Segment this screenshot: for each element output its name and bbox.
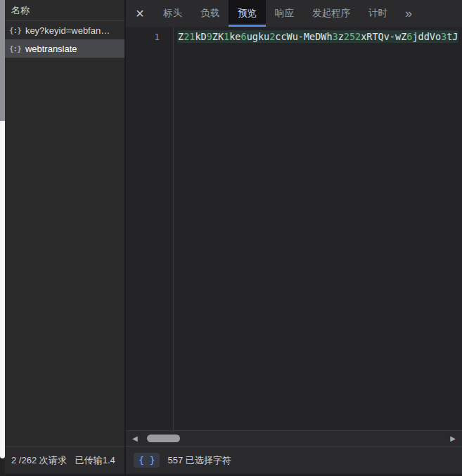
code-segment: 9 xyxy=(207,31,212,42)
json-braces-icon: {:} xyxy=(9,44,21,53)
request-detail-panel: ✕ 标头负载预览响应发起程序计时» 1 Z21kD9ZK1ke6ugku2ccW… xyxy=(126,0,462,446)
code-segment: 6 xyxy=(240,31,246,42)
code-segment: kD xyxy=(195,31,206,42)
name-column-header[interactable]: 名称 xyxy=(5,0,124,21)
scroll-left-icon[interactable]: ◀ xyxy=(129,435,141,442)
code-segment: ugku xyxy=(247,31,270,42)
code-segment: 3 xyxy=(441,31,447,42)
page-edge-strip xyxy=(0,0,5,476)
page-edge-white xyxy=(0,121,5,458)
code-segment: 252 xyxy=(344,31,361,42)
page-edge-gray xyxy=(0,0,5,121)
tab-initiator[interactable]: 发起程序 xyxy=(303,0,359,27)
panel-divider[interactable] xyxy=(124,0,126,476)
status-bar: 2 /262 次请求 已传输1.4 { } 557 已选择字符 xyxy=(5,446,462,474)
tab-headers[interactable]: 标头 xyxy=(154,0,191,27)
detail-tabbar: ✕ 标头负载预览响应发起程序计时» xyxy=(126,0,462,27)
network-request-sidebar: 名称 {:}key?keyid=webfan…{:}webtranslate xyxy=(5,0,124,446)
tab-response[interactable]: 响应 xyxy=(266,0,303,27)
scrollbar-thumb[interactable] xyxy=(147,435,180,442)
selection-status: { } 557 已选择字符 xyxy=(126,446,462,474)
code-line: Z21kD9ZK1ke6ugku2ccWu-MeDWh3z252xRTQv-wZ… xyxy=(177,31,458,42)
tab-timing[interactable]: 计时 xyxy=(359,0,397,27)
code-segment: 21 xyxy=(184,31,195,42)
format-braces-icon[interactable]: { } xyxy=(134,453,160,468)
selected-characters-count: 557 已选择字符 xyxy=(167,454,231,467)
code-segment: ZK xyxy=(212,31,224,42)
tab-payload[interactable]: 负载 xyxy=(191,0,229,27)
code-segment: ke xyxy=(229,31,240,42)
transferred-size: 已传输1.4 xyxy=(75,454,115,467)
selected-text: Z21kD9ZK1ke6ugku2ccWu-MeDWh3z252xRTQv-wZ… xyxy=(177,30,458,43)
code-segment: xRTQv-wZ xyxy=(361,31,406,42)
code-segment: Z xyxy=(178,31,184,42)
code-segment: tJ xyxy=(447,31,458,42)
code-segment: 1 xyxy=(224,31,229,42)
horizontal-scrollbar[interactable]: ◀ ▶ xyxy=(126,430,462,446)
request-list: {:}key?keyid=webfan…{:}webtranslate xyxy=(5,21,124,58)
close-icon[interactable]: ✕ xyxy=(126,0,154,27)
code-segment: 3 xyxy=(333,31,338,42)
request-row-key-request[interactable]: {:}key?keyid=webfan… xyxy=(5,21,124,39)
request-label: key?keyid=webfan… xyxy=(25,25,110,36)
gutter-divider xyxy=(173,27,174,430)
request-row-webtranslate-request[interactable]: {:}webtranslate xyxy=(5,39,124,58)
code-segment: ccWu-MeDWh xyxy=(275,31,332,42)
request-label: webtranslate xyxy=(25,44,77,54)
tab-preview[interactable]: 预览 xyxy=(229,0,266,27)
requests-count: 2 /262 次请求 xyxy=(11,454,67,467)
network-summary: 2 /262 次请求 已传输1.4 xyxy=(5,446,124,474)
code-segment: jddVo xyxy=(412,31,441,42)
more-tabs-icon[interactable]: » xyxy=(397,0,421,27)
preview-editor[interactable]: 1 Z21kD9ZK1ke6ugku2ccWu-MeDWh3z252xRTQv-… xyxy=(126,27,462,430)
json-braces-icon: {:} xyxy=(9,26,21,35)
scroll-right-icon[interactable]: ▶ xyxy=(447,435,458,442)
code-segment: z xyxy=(338,31,344,42)
line-number: 1 xyxy=(126,32,160,42)
